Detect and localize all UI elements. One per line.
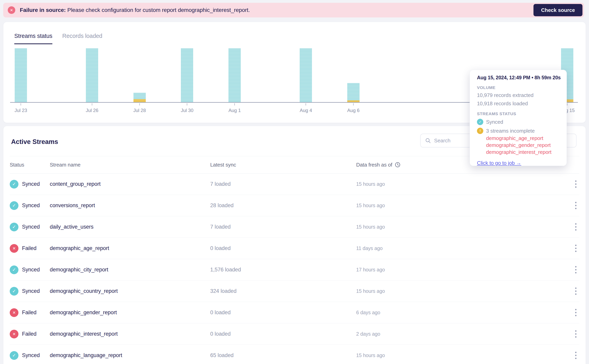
axis-label: Jul 28 [124, 108, 156, 113]
status-cell: Failed [10, 330, 50, 338]
chart-tabs: Streams status Records loaded [14, 33, 102, 44]
axis-tick [139, 103, 140, 105]
latest-sync-value: 0 loaded [210, 331, 356, 337]
data-fresh-value: 15 hours ago [356, 352, 567, 358]
table-row[interactable]: Failed demographic_interest_report 0 loa… [10, 323, 579, 345]
tooltip-volume-label: VOLUME [477, 85, 563, 90]
row-menu-button[interactable] [572, 201, 579, 210]
row-menu-button[interactable] [572, 329, 579, 339]
column-data-fresh-label: Data fresh as of [356, 162, 392, 168]
go-to-job-link[interactable]: Click to go to job → [477, 160, 521, 166]
chart-bar[interactable] [181, 48, 193, 102]
axis-tick [567, 103, 567, 105]
chart-bar[interactable] [86, 48, 98, 102]
axis-tick [353, 103, 353, 105]
stream-status-icon [10, 266, 19, 274]
chart-bar[interactable] [229, 48, 241, 102]
stream-name: daily_active_users [50, 224, 210, 230]
synced-check-icon [477, 119, 483, 125]
incomplete-stream-link[interactable]: demographic_gender_report [486, 142, 563, 149]
stream-name: demographic_city_report [50, 267, 210, 273]
table-row[interactable]: Synced demographic_city_report 1,576 loa… [10, 259, 579, 280]
latest-sync-value: 324 loaded [210, 288, 356, 294]
sync-tooltip: Aug 15, 2024, 12:49 PM • 8h 59m 20s VOLU… [470, 70, 567, 166]
data-fresh-value: 15 hours ago [356, 288, 567, 294]
stream-status-text: Failed [22, 331, 37, 337]
row-menu-button[interactable] [572, 351, 579, 360]
axis-label: Jul 23 [5, 108, 37, 113]
column-stream-name: Stream name [50, 162, 210, 168]
table-row[interactable]: Synced conversions_report 28 loaded 15 h… [10, 195, 579, 216]
streams-table-body: Synced content_group_report 7 loaded 15 … [10, 174, 579, 364]
stream-name: demographic_interest_report [50, 331, 210, 337]
tab-records-loaded[interactable]: Records loaded [62, 33, 102, 44]
chart-bar[interactable] [347, 83, 360, 102]
tooltip-synced-row: Synced [477, 119, 563, 125]
stream-status-text: Synced [22, 288, 40, 294]
latest-sync-value: 28 loaded [210, 202, 356, 208]
data-fresh-value: 2 days ago [356, 331, 567, 337]
data-fresh-value: 6 days ago [356, 310, 567, 315]
table-row[interactable]: Synced daily_active_users 7 loaded 15 ho… [10, 216, 579, 238]
tooltip-title: Aug 15, 2024, 12:49 PM • 8h 59m 20s [477, 75, 563, 80]
row-menu-button[interactable] [572, 265, 579, 275]
row-menu-button[interactable] [572, 308, 579, 317]
stream-status-text: Failed [22, 245, 37, 251]
stream-status-icon [10, 180, 19, 188]
error-circle-icon: ✕ [8, 6, 15, 14]
table-row[interactable]: Synced content_group_report 7 loaded 15 … [10, 174, 579, 195]
tooltip-records-extracted: 10,979 records extracted [477, 92, 563, 98]
row-menu-button[interactable] [572, 243, 579, 253]
stream-name: demographic_gender_report [50, 310, 210, 316]
status-cell: Synced [10, 223, 50, 231]
stream-status-icon [10, 351, 19, 360]
table-row[interactable]: Failed demographic_gender_report 0 loade… [10, 302, 579, 323]
status-cell: Synced [10, 266, 50, 274]
status-cell: Synced [10, 180, 50, 188]
tooltip-incomplete-streams: demographic_age_report demographic_gende… [486, 135, 563, 156]
status-cell: Failed [10, 308, 50, 317]
tooltip-records-loaded: 10,918 records loaded [477, 101, 563, 107]
tooltip-streams-status-label: STREAMS STATUS [477, 111, 563, 116]
axis-label: Aug 4 [290, 108, 322, 113]
stream-status-icon [10, 330, 19, 338]
tooltip-incomplete-label: 3 streams incomplete [486, 128, 535, 134]
error-banner-text: Failure in source:Please check configura… [20, 7, 250, 13]
warning-icon [477, 128, 483, 134]
data-fresh-value: 15 hours ago [356, 203, 567, 208]
stream-name: demographic_age_report [50, 245, 210, 251]
table-row[interactable]: Synced demographic_country_report 324 lo… [10, 280, 579, 302]
row-menu-button[interactable] [572, 222, 579, 232]
latest-sync-value: 0 loaded [210, 245, 356, 251]
incomplete-stream-link[interactable]: demographic_age_report [486, 135, 563, 142]
axis-tick [92, 103, 92, 105]
chart-bar[interactable] [15, 48, 27, 102]
axis-label: Aug 6 [338, 108, 369, 113]
incomplete-stream-link[interactable]: demographic_interest_report [486, 149, 563, 156]
table-row[interactable]: Synced demographic_language_report 65 lo… [10, 345, 579, 364]
stream-status-text: Synced [22, 202, 40, 208]
status-cell: Failed [10, 244, 50, 253]
stream-status-icon [10, 244, 19, 253]
latest-sync-value: 0 loaded [210, 310, 356, 316]
chart-bar[interactable] [300, 48, 312, 102]
chart-bar[interactable] [133, 93, 146, 102]
row-menu-button[interactable] [572, 286, 579, 296]
tooltip-synced-label: Synced [486, 119, 503, 125]
table-row[interactable]: Failed demographic_age_report 0 loaded 1… [10, 238, 579, 259]
stream-status-icon [10, 201, 19, 210]
data-fresh-value: 17 hours ago [356, 267, 567, 273]
stream-status-icon [10, 287, 19, 296]
row-menu-button[interactable] [572, 179, 579, 189]
sync-dashboard: { "banner": { "bold_text": "Failure in s… [0, 0, 589, 364]
check-source-button[interactable]: Check source [533, 4, 582, 16]
streams-table: Status Stream name Latest sync Data fres… [10, 156, 579, 364]
stream-status-text: Failed [22, 310, 37, 316]
status-cell: Synced [10, 351, 50, 360]
stream-status-text: Synced [22, 352, 40, 358]
latest-sync-value: 65 loaded [210, 352, 356, 358]
column-latest-sync: Latest sync [210, 162, 356, 168]
latest-sync-value: 7 loaded [210, 224, 356, 230]
tab-streams-status[interactable]: Streams status [14, 33, 52, 44]
axis-tick [306, 103, 306, 105]
